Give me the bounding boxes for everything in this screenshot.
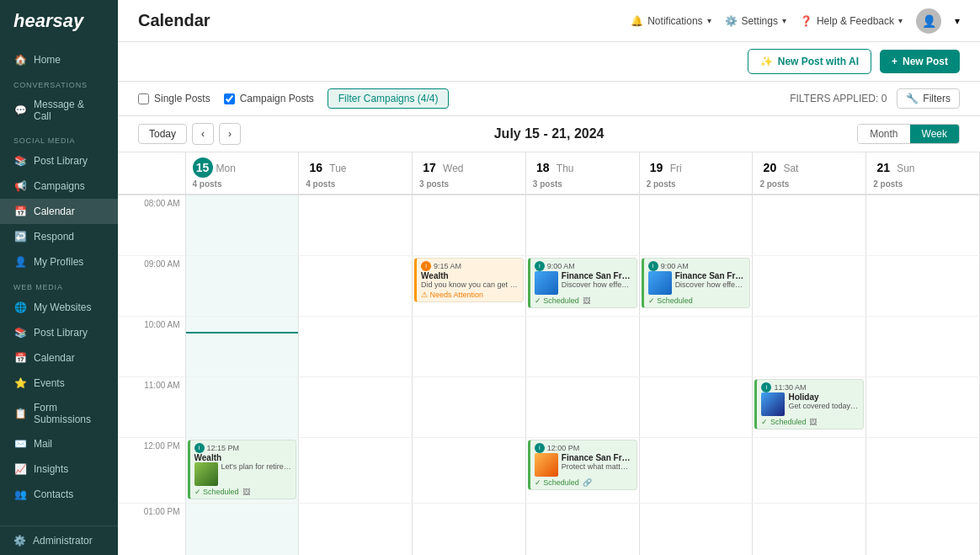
sidebar-item-form-submissions[interactable]: 📋 Form Submissions [0,396,118,431]
sidebar-item-calendar[interactable]: 📅 Calendar [0,199,118,224]
notifications-btn[interactable]: 🔔 Notifications ▾ [631,15,711,27]
new-post-button[interactable]: + New Post [880,50,960,73]
topbar-actions: 🔔 Notifications ▾ ⚙️ Settings ▾ ❓ Help &… [631,8,960,34]
event-finance-thu-0900[interactable]: i 9:00 AM Finance San Franci... Discover… [528,258,637,308]
calendar-web-icon: 📅 [13,351,27,365]
event-finance-thu-1200[interactable]: i 12:00 PM Finance San Franci... Protect… [528,440,637,490]
filter-campaigns-button[interactable]: Filter Campaigns (4/4) [328,88,450,109]
bell-icon: 🔔 [631,15,643,27]
cell-sun-1000 [866,316,980,376]
cell-thu-1000 [525,316,639,376]
event-desc: Get covered today and li... [788,402,859,410]
info-dot: i [421,261,431,271]
settings-btn[interactable]: ⚙️ Settings ▾ [725,15,786,27]
chevron-down-icon: ▾ [782,16,786,25]
day-header-19: 19Fri 2 posts [639,152,753,195]
sidebar-item-message-call[interactable]: 💬 Message & Call [0,93,118,128]
sidebar-item-contacts[interactable]: 👥 Contacts [0,482,118,507]
event-status: ✓ Scheduled [761,418,806,426]
event-wealth-mon-1215[interactable]: i 12:15 PM Wealth Let's plan for retirem… [188,440,297,499]
cell-fri-0800 [639,195,753,255]
info-dot: i [648,261,658,271]
link-icon: 🖼 [809,418,817,426]
event-holiday-sat-1130[interactable]: i 11:30 AM Holiday Get covered today and… [754,379,864,430]
time-row-0800: 08:00 AM [118,195,980,255]
day-header-17: 17Wed 3 posts [413,152,526,195]
event-status: ⚠ Needs Attention [421,291,483,299]
gear-icon: ⚙️ [725,15,738,27]
book-web-icon: 📚 [13,326,27,339]
cell-thu-1200: i 12:00 PM Finance San Franci... Protect… [525,437,639,503]
prev-week-button[interactable]: ‹ [192,123,214,145]
info-dot: i [535,443,545,453]
time-row-1100: 11:00 AM i 11:30 AM Holiday [118,376,980,437]
cell-wed-1000 [413,316,526,376]
cell-wed-1100 [413,376,526,437]
event-desc: Discover how effective budge... [562,280,632,289]
event-finance-fri-0900[interactable]: i 9:00 AM Finance San Franci... Discover… [642,258,751,308]
month-view-button[interactable]: Month [858,125,909,143]
sidebar-item-post-library-web[interactable]: 📚 Post Library [0,320,118,345]
help-btn[interactable]: ❓ Help & Feedback ▾ [800,15,903,27]
home-icon: 🏠 [13,53,27,67]
sidebar-item-calendar-web[interactable]: 📅 Calendar [0,345,118,371]
sidebar-item-campaigns[interactable]: 📢 Campaigns [0,173,118,199]
campaign-icon: 📢 [13,179,27,193]
info-dot: i [761,382,771,392]
campaign-posts-checkbox[interactable]: Campaign Posts [224,93,314,104]
sidebar-item-post-library[interactable]: 📚 Post Library [0,148,118,173]
time-label-0900: 09:00 AM [118,255,185,316]
plus-icon: + [892,56,897,67]
next-week-button[interactable]: › [219,123,241,145]
sidebar-item-mail[interactable]: ✉️ Mail [0,431,118,456]
cell-thu-0800 [525,195,639,255]
time-row-1300: 01:00 PM [118,503,980,555]
cell-sat-1300 [753,503,866,555]
cell-sat-0900 [753,255,866,316]
insights-icon: 📈 [13,462,27,476]
new-post-ai-button[interactable]: ✨ New Post with AI [748,49,871,74]
cell-fri-1000 [639,316,753,376]
user-avatar[interactable]: 👤 [916,8,941,34]
event-desc: Did you know you can get a great return … [421,280,519,289]
time-label-1200: 12:00 PM [118,437,185,503]
cell-sat-1100: i 11:30 AM Holiday Get covered today and… [753,376,866,437]
sidebar-item-respond[interactable]: ↩️ Respond [0,224,118,249]
day-header-20: 20Sat 2 posts [753,152,866,195]
cell-sun-1100 [866,376,980,437]
link-icon: 🖼 [583,296,590,305]
sidebar-footer: ⚙️ Administrator [0,526,118,555]
today-button[interactable]: Today [138,124,187,144]
cell-sun-1300 [866,503,980,555]
forms-icon: 📋 [13,407,27,420]
week-view-button[interactable]: Week [910,125,959,143]
event-wealth-0915[interactable]: i 9:15 AM Wealth Did you know you can ge… [414,258,524,302]
time-label-1300: 01:00 PM [118,503,185,555]
topbar: Calendar 🔔 Notifications ▾ ⚙️ Settings ▾… [118,0,980,42]
cell-fri-1200 [639,437,753,503]
filters-applied-label: FILTERS APPLIED: 0 [790,93,887,104]
time-label-1100: 11:00 AM [118,376,185,437]
avatar-chevron-icon: ▾ [955,15,960,27]
day-header-21: 21Sun 2 posts [866,152,980,195]
single-posts-checkbox[interactable]: Single Posts [138,93,210,104]
event-image [194,462,218,486]
time-column-header [118,152,185,195]
cell-wed-0900: i 9:15 AM Wealth Did you know you can ge… [413,255,526,316]
event-title: Finance San Franci... [562,453,632,462]
globe-icon: 🌐 [13,301,27,314]
chat-icon: 💬 [13,104,27,117]
cell-sat-0800 [753,195,866,255]
event-desc: Protect what matters most. L... [562,462,632,471]
event-title: Wealth [194,453,292,462]
cell-tue-1100 [299,376,413,437]
sidebar-item-home[interactable]: 🏠 Home [0,47,118,72]
sidebar-item-my-websites[interactable]: 🌐 My Websites [0,295,118,320]
sidebar-item-events[interactable]: ⭐ Events [0,371,118,396]
sidebar-item-my-profiles[interactable]: 👤 My Profiles [0,249,118,275]
time-row-1000: 10:00 AM [118,316,980,376]
help-icon: ❓ [800,15,812,27]
filters-button[interactable]: 🔧 Filters [897,88,960,109]
day-header-16: 16Tue 4 posts [299,152,413,195]
sidebar-item-insights[interactable]: 📈 Insights [0,456,118,482]
